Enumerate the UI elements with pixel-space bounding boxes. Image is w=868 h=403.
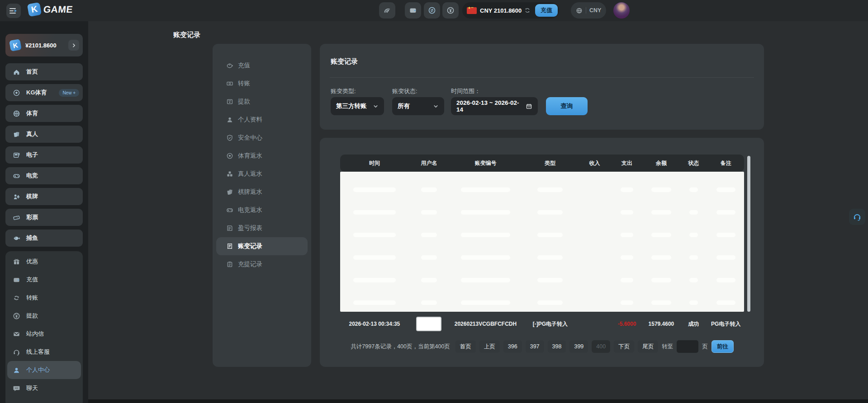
submenu-item-receipt[interactable]: 账变记录 [216,237,308,255]
wallet-icon-button[interactable] [405,2,421,19]
page-button-399[interactable]: 399 [569,340,588,353]
pig-icon [226,62,233,69]
cards-icon [13,131,20,138]
submenu-item-label: 棋牌返水 [238,188,262,196]
submenu-item-atm[interactable]: 提款 [216,93,308,111]
sidebar-item-gamepad[interactable]: 电竞 [5,167,83,184]
chevron-down-icon [373,103,379,109]
sidebar-item-gift[interactable]: 优惠 [7,253,81,271]
next-page-button[interactable]: 下页 [614,340,634,353]
submenu-item-gamepad[interactable]: 电竞返水 [216,201,308,219]
submenu-item-report[interactable]: 盈亏报表 [216,219,308,237]
column-header: 支出 [611,159,643,167]
sidebar-item-label: 首页 [26,68,38,76]
sidebar-item-label: 真人 [26,130,38,138]
logo[interactable]: K GAME [28,3,73,16]
sidebar-item-sync[interactable]: 转账 [7,289,81,307]
currency-balance-pill[interactable]: CNY 2101.8600 充值 [462,2,559,19]
topbar-right-cluster: CNY 2101.8600 充值 CNY [379,2,630,19]
customer-support-button[interactable] [849,209,865,225]
change-status-select[interactable]: 所有 [392,97,444,115]
sidebar-item-label: 充值 [26,276,38,284]
transfer-icon [428,6,436,14]
k-logo-icon: K [9,39,22,52]
sidebar-item-label: 捕鱼 [26,234,38,242]
query-button[interactable]: 查询 [546,97,588,115]
user-avatar[interactable] [613,2,630,19]
headset-icon [13,348,20,356]
sidebar-item-soccer[interactable]: KG体育New + [5,84,83,101]
language-currency-pill[interactable]: CNY [571,2,606,19]
submenu-item-dice[interactable]: 真人返水 [216,165,308,183]
sidebar-item-chat[interactable]: 聊天 [7,379,81,397]
sidebar-item-slot[interactable]: 电子 [5,146,83,164]
receipt-icon [226,243,233,250]
submenu-item-label: 盈亏报表 [238,224,262,232]
sidebar-item-coin[interactable]: 提款 [7,307,81,325]
submenu-item-label: 电竞返水 [238,206,262,214]
page-button-396[interactable]: 396 [503,340,522,353]
menu-toggle-button[interactable] [6,4,21,18]
sidebar-item-fish[interactable]: 捕鱼 [5,230,83,247]
username-placeholder-box [409,318,449,330]
submenu-item-person[interactable]: 个人资料 [216,111,308,129]
go-button[interactable]: 前往 [711,340,734,353]
sidebar-item-wallet[interactable]: 充值 [7,271,81,289]
topbar: K GAME CNY 2101.8600 充值 CNY [0,0,868,21]
column-header: 余额 [643,159,679,167]
table-row[interactable]: 2026-02-13 00:34:3520260213VCGBFCFCDH[-]… [340,314,744,334]
sidebar-item-home[interactable]: 首页 [5,63,83,80]
person-icon [13,366,20,374]
submenu-item-label: 充值 [238,61,250,70]
sidebar-item-label: 彩票 [26,213,38,221]
submenu-item-label: 安全中心 [238,134,262,142]
transfer-icon-button[interactable] [424,2,440,19]
sidebar-item-chess[interactable]: 棋牌 [5,188,83,205]
goto-page-input[interactable] [677,340,698,353]
sidebar-item-cards[interactable]: 真人 [5,126,83,143]
sidebar-balance-card[interactable]: K ¥2101.8600 [5,34,83,56]
chat-icon [13,384,20,392]
submenu-item-soccer[interactable]: 体育返水 [216,147,308,165]
last-page-button[interactable]: 尾页 [638,340,658,353]
date-range-picker[interactable]: 2026-02-13 ~ 2026-02-14 [451,97,538,115]
cell-balance: 1579.4600 [643,321,679,327]
balance-expand-button[interactable] [68,40,79,51]
submenu-item-label: 真人返水 [238,170,262,178]
sidebar-item-label: 提款 [26,312,38,320]
submenu-item-pig[interactable]: 充值 [216,56,308,75]
fish-icon [13,234,20,242]
records-table-card: 时间用户名账变编号类型收入支出余额状态备注 2026-02-13 00:34:3… [320,138,764,367]
prev-page-button[interactable]: 上页 [479,340,500,353]
sidebar-item-basketball[interactable]: 体育 [5,105,83,122]
sidebar-item-mail[interactable]: 站内信 [7,325,81,343]
submenu-item-banknote[interactable]: 转账 [216,75,308,93]
signal-icon-button[interactable] [379,2,395,19]
page-button-397[interactable]: 397 [526,340,544,353]
first-page-button[interactable]: 首页 [455,340,476,353]
ghost-row [340,185,744,194]
ticket-icon [13,214,20,221]
gift-icon [13,258,20,266]
pagination-summary: 共计7997条记录，400页，当前第400页 [351,343,450,351]
page-button-398[interactable]: 398 [548,340,566,353]
table-header-row: 时间用户名账变编号类型收入支出余额状态备注 [340,155,744,172]
submenu-item-clipboard[interactable]: 充提记录 [216,255,308,273]
submenu-item-shield[interactable]: 安全中心 [216,129,308,147]
sidebar-item-headset[interactable]: 线上客服 [7,343,81,361]
sidebar-item-person[interactable]: 个人中心 [7,361,81,379]
coin-icon-button[interactable] [442,2,459,19]
submenu-item-cards2[interactable]: 棋牌返水 [216,183,308,201]
filter-card: 账变记录 账变类型: 账变状态: 时间范围： 第三方转账 所有 2026-02-… [320,44,764,130]
home-icon [13,68,20,76]
soccer-icon [13,89,20,97]
cell-time: 2026-02-13 00:34:35 [340,321,409,327]
divider [586,7,586,14]
gamepad-icon [226,206,233,214]
table-scrollbar[interactable] [747,156,750,312]
coin-icon [446,6,455,14]
refresh-balance-icon[interactable] [524,7,531,14]
change-type-select[interactable]: 第三方转账 [331,97,384,115]
deposit-button[interactable]: 充值 [535,4,558,17]
sidebar-item-ticket[interactable]: 彩票 [5,209,83,226]
